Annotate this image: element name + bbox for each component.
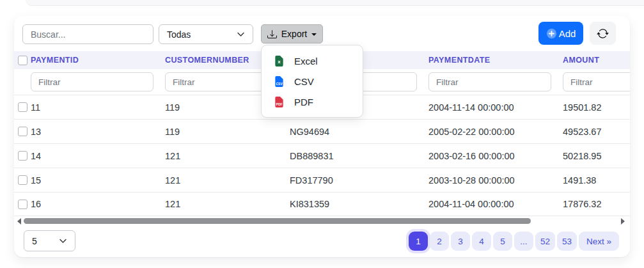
column-header-paymentid[interactable]: PAYMENTID <box>31 56 165 65</box>
row-checkbox[interactable] <box>18 151 27 161</box>
cell-checknumber: KI831359 <box>290 199 428 209</box>
table-row[interactable]: 14 121 DB889831 2003-02-16 00:00:00 5021… <box>14 143 630 168</box>
svg-text:CSV: CSV <box>276 81 283 85</box>
cell-amount: 49523.67 <box>563 127 630 137</box>
page-button-5[interactable]: 5 <box>493 232 512 251</box>
download-icon <box>267 29 277 39</box>
page-button-52[interactable]: 52 <box>535 232 555 251</box>
category-select-value: Todas <box>167 29 191 40</box>
export-menu-item-csv[interactable]: CSV CSV <box>262 71 363 91</box>
row-checkbox[interactable] <box>18 200 27 209</box>
cell-checknumber: DB889831 <box>290 151 428 161</box>
cell-paymentdate: 2003-10-28 00:00:00 <box>428 175 563 185</box>
svg-text:x: x <box>278 59 281 65</box>
cell-amount: 50218.95 <box>563 151 630 161</box>
cell-paymentid: 13 <box>31 127 165 137</box>
cell-amount: 17876.32 <box>563 199 630 209</box>
export-button-label: Export <box>281 29 307 39</box>
export-dropdown-menu: x Excel CSV CSV PDF PDF <box>261 45 363 118</box>
next-page-button[interactable]: Next » <box>579 232 619 251</box>
cell-customernumber: 121 <box>165 199 290 209</box>
pagination: 1 2 3 4 5 ... 52 53 Next » <box>409 232 619 251</box>
page-button-2[interactable]: 2 <box>430 232 449 251</box>
export-menu-label: CSV <box>294 76 314 87</box>
column-header-paymentdate[interactable]: PAYMENTDATE <box>428 56 563 65</box>
scrollbar-thumb[interactable] <box>24 218 531 224</box>
add-button-label: Add <box>559 28 576 39</box>
export-menu-label: Excel <box>294 56 318 67</box>
arrow-repeat-icon <box>597 28 609 40</box>
cell-customernumber: 121 <box>165 151 290 161</box>
page-size-select[interactable]: 5 <box>24 230 75 251</box>
cell-customernumber: 121 <box>165 175 290 185</box>
export-menu-label: PDF <box>294 97 313 107</box>
caret-down-icon <box>311 33 317 36</box>
csv-file-icon: CSV <box>274 76 285 87</box>
cell-amount: 1491.38 <box>563 175 630 185</box>
cell-amount: 19501.82 <box>563 102 630 113</box>
chevron-down-icon <box>59 237 67 245</box>
page-button-3[interactable]: 3 <box>451 232 470 251</box>
refresh-button[interactable] <box>590 22 616 45</box>
page-size-value: 5 <box>32 236 37 246</box>
row-checkbox[interactable] <box>18 102 27 112</box>
column-header-amount[interactable]: AMOUNT <box>563 56 630 65</box>
export-button[interactable]: Export <box>261 24 323 43</box>
page: Todas Export Add <box>0 0 644 268</box>
category-select[interactable]: Todas <box>159 24 253 44</box>
pdf-file-icon: PDF <box>274 97 285 107</box>
cell-paymentid: 14 <box>31 151 165 161</box>
table-row[interactable]: 13 119 NG94694 2005-02-22 00:00:00 49523… <box>14 119 630 143</box>
cell-paymentdate: 2004-11-14 00:00:00 <box>428 102 563 113</box>
top-navbar-edge <box>26 0 644 6</box>
page-button-ellipsis[interactable]: ... <box>514 232 533 251</box>
page-button-4[interactable]: 4 <box>472 232 491 251</box>
horizontal-scrollbar[interactable] <box>14 217 630 225</box>
cell-customernumber: 119 <box>165 127 290 137</box>
svg-text:PDF: PDF <box>276 102 283 106</box>
filter-input-amount[interactable] <box>563 72 630 91</box>
table-row[interactable]: 15 121 FD317790 2003-10-28 00:00:00 1491… <box>14 168 630 192</box>
plus-circle-icon <box>546 28 557 39</box>
cell-checknumber: FD317790 <box>290 175 428 185</box>
row-checkbox[interactable] <box>18 175 27 185</box>
cell-paymentdate: 2004-11-04 00:00:00 <box>428 199 563 209</box>
cell-checknumber: NG94694 <box>290 127 428 137</box>
export-menu-item-pdf[interactable]: PDF PDF <box>262 91 363 112</box>
cell-paymentdate: 2003-02-16 00:00:00 <box>428 151 563 161</box>
table-row[interactable]: 16 121 KI831359 2004-11-04 00:00:00 1787… <box>14 192 630 216</box>
excel-file-icon: x <box>274 56 285 67</box>
page-button-53[interactable]: 53 <box>557 232 577 251</box>
cell-paymentdate: 2005-02-22 00:00:00 <box>428 127 563 137</box>
export-menu-item-excel[interactable]: x Excel <box>262 51 363 71</box>
row-checkbox[interactable] <box>18 127 27 136</box>
add-button[interactable]: Add <box>538 22 583 45</box>
cell-paymentid: 15 <box>31 175 165 185</box>
select-all-checkbox[interactable] <box>18 56 27 65</box>
search-input[interactable] <box>22 24 153 44</box>
cell-paymentid: 16 <box>31 199 165 209</box>
filter-input-paymentid[interactable] <box>31 72 153 91</box>
scroll-left-arrow-icon[interactable] <box>17 218 21 225</box>
chevron-down-icon <box>237 30 245 38</box>
cell-paymentid: 11 <box>31 102 165 113</box>
scroll-right-arrow-icon[interactable] <box>621 218 625 225</box>
filter-input-paymentdate[interactable] <box>428 72 551 91</box>
page-button-1[interactable]: 1 <box>409 232 428 251</box>
